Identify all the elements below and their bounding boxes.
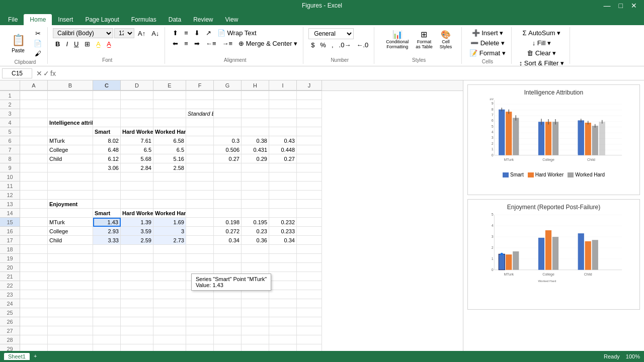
cell-E29[interactable] [153,344,186,351]
cell-C22[interactable] [93,281,121,290]
cell-reference-box[interactable] [2,68,32,78]
cell-E1[interactable] [153,91,186,100]
cell-A5[interactable] [20,127,48,136]
font-size-dropdown[interactable]: 12 [114,28,134,38]
cell-C17[interactable]: 3.33 [93,236,121,245]
cell-A17[interactable] [20,236,48,245]
cell-B2[interactable] [48,100,93,109]
cell-D10[interactable] [121,172,153,182]
cell-D4[interactable] [121,118,153,127]
tab-file[interactable]: File [2,14,24,25]
row-header-12[interactable]: 12 [0,191,20,200]
align-top-button[interactable]: ⬆ [170,28,181,38]
border-button[interactable]: ⊞ [82,39,93,49]
cell-F10[interactable] [186,172,214,182]
cell-F28[interactable] [186,335,214,344]
bold-button[interactable]: B [53,39,62,49]
cell-G3[interactable] [214,109,242,118]
cell-F24[interactable] [186,299,214,308]
cell-A8[interactable] [20,154,48,163]
cell-C7[interactable]: 6.48 [93,145,121,154]
cell-D25[interactable] [121,308,153,317]
cell-G6[interactable]: 0.3 [214,136,242,145]
cell-G16[interactable]: 0.272 [214,227,242,236]
cell-I12[interactable] [269,191,297,200]
cell-E28[interactable] [153,335,186,344]
cell-J19[interactable] [297,254,322,263]
row-header-20[interactable]: 20 [0,263,20,272]
cell-D16[interactable]: 3.59 [121,227,153,236]
cell-D11[interactable] [121,182,153,191]
cell-H8[interactable]: 0.29 [242,154,269,163]
cell-J14[interactable] [297,209,322,218]
cell-F16[interactable] [186,227,214,236]
cell-A9[interactable] [20,163,48,172]
row-header-21[interactable]: 21 [0,272,20,281]
cell-I15[interactable]: 0.232 [269,218,297,227]
cell-A6[interactable] [20,136,48,145]
cell-E10[interactable] [153,172,186,182]
cell-I23[interactable] [269,290,297,299]
cell-A23[interactable] [20,290,48,299]
row-header-18[interactable]: 18 [0,245,20,254]
cell-H2[interactable] [242,100,269,109]
cell-G29[interactable] [214,344,242,351]
cell-E6[interactable]: 6.58 [153,136,186,145]
cell-B21[interactable] [48,272,93,281]
row-header-25[interactable]: 25 [0,308,20,317]
cell-B25[interactable] [48,308,93,317]
row-header-19[interactable]: 19 [0,254,20,263]
cell-J21[interactable] [297,272,322,281]
cell-I2[interactable] [269,100,297,109]
cell-F25[interactable] [186,308,214,317]
cell-A26[interactable] [20,317,48,326]
cell-D7[interactable]: 6.5 [121,145,153,154]
cell-H10[interactable] [242,172,269,182]
cell-C4[interactable] [93,118,121,127]
row-header-10[interactable]: 10 [0,172,20,182]
cell-F17[interactable] [186,236,214,245]
cell-G27[interactable] [214,326,242,335]
cell-J1[interactable] [297,91,322,100]
confirm-icon[interactable]: ✓ [43,69,49,77]
cell-H23[interactable] [242,290,269,299]
cell-F9[interactable] [186,163,214,172]
row-header-16[interactable]: 16 [0,227,20,236]
row-header-9[interactable]: 9 [0,163,20,172]
cell-C1[interactable] [93,91,121,100]
cell-C29[interactable] [93,344,121,351]
cell-C5[interactable]: Smart [93,127,121,136]
cell-F14[interactable] [186,209,214,218]
cell-C2[interactable] [93,100,121,109]
col-header-a[interactable]: A [20,80,48,90]
cell-A7[interactable] [20,145,48,154]
cell-H27[interactable] [242,326,269,335]
col-header-h[interactable]: H [242,80,269,90]
col-header-f[interactable]: F [186,80,214,90]
paste-button[interactable]: 📋 Paste [6,28,30,58]
cell-B4[interactable]: Intelligence attribution [48,118,93,127]
cell-I28[interactable] [269,335,297,344]
cell-B23[interactable] [48,290,93,299]
cell-E5[interactable]: Worked Hard [153,127,186,136]
cell-C11[interactable] [93,182,121,191]
cell-J11[interactable] [297,182,322,191]
row-header-27[interactable]: 27 [0,326,20,335]
cell-E15[interactable]: 1.69 [153,218,186,227]
col-header-g[interactable]: G [214,80,242,90]
cell-A13[interactable] [20,200,48,209]
row-header-6[interactable]: 6 [0,136,20,145]
cell-J27[interactable] [297,326,322,335]
cell-H3[interactable] [242,109,269,118]
cell-C18[interactable] [93,245,121,254]
cell-H9[interactable] [242,163,269,172]
cell-F19[interactable] [186,254,214,263]
conditional-formatting-button[interactable]: 📊 ConditionalFormatting [383,28,411,56]
tab-data[interactable]: Data [163,14,187,25]
cell-I6[interactable]: 0.43 [269,136,297,145]
cell-H18[interactable] [242,245,269,254]
row-header-1[interactable]: 1 [0,91,20,100]
cell-C26[interactable] [93,317,121,326]
cell-B16[interactable]: College [48,227,93,236]
cell-D15[interactable]: 1.39 [121,218,153,227]
